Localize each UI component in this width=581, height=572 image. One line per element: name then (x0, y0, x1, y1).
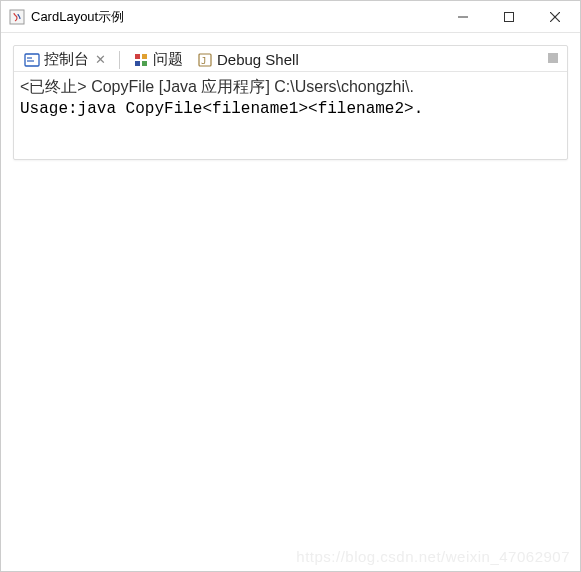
window-controls (440, 1, 578, 32)
panel-menu-icon[interactable] (545, 50, 561, 66)
tab-debug-shell[interactable]: J Debug Shell (193, 49, 303, 70)
tab-problems[interactable]: 问题 (129, 48, 187, 71)
svg-rect-9 (142, 54, 147, 59)
minimize-button[interactable] (440, 1, 486, 32)
svg-rect-11 (142, 61, 147, 66)
console-status-line: <已终止> CopyFile [Java 应用程序] C:\Users\chon… (20, 76, 561, 98)
svg-rect-10 (135, 61, 140, 66)
client-area: 控制台 ✕ 问题 (1, 33, 580, 571)
tab-console-label: 控制台 (44, 50, 89, 69)
console-output: <已终止> CopyFile [Java 应用程序] C:\Users\chon… (14, 72, 567, 124)
svg-rect-14 (548, 53, 558, 63)
console-panel: 控制台 ✕ 问题 (13, 45, 568, 160)
tab-console[interactable]: 控制台 ✕ (20, 48, 110, 71)
console-output-line: Usage:java CopyFile<filename1><filename2… (20, 98, 561, 120)
view-tabs: 控制台 ✕ 问题 (14, 46, 567, 72)
java-app-icon (9, 9, 25, 25)
svg-rect-8 (135, 54, 140, 59)
problems-icon (133, 52, 149, 68)
window-frame: CardLayout示例 (1, 1, 580, 571)
console-icon (24, 52, 40, 68)
tab-debug-shell-label: Debug Shell (217, 51, 299, 68)
maximize-button[interactable] (486, 1, 532, 32)
close-tab-icon[interactable]: ✕ (95, 52, 106, 67)
watermark-text: https://blog.csdn.net/weixin_47062907 (296, 548, 570, 565)
titlebar: CardLayout示例 (1, 1, 580, 33)
close-button[interactable] (532, 1, 578, 32)
debug-shell-icon: J (197, 52, 213, 68)
svg-rect-5 (25, 54, 39, 66)
svg-rect-2 (505, 12, 514, 21)
tab-problems-label: 问题 (153, 50, 183, 69)
tab-separator (119, 51, 120, 69)
svg-text:J: J (201, 56, 206, 66)
window-title: CardLayout示例 (31, 8, 440, 26)
